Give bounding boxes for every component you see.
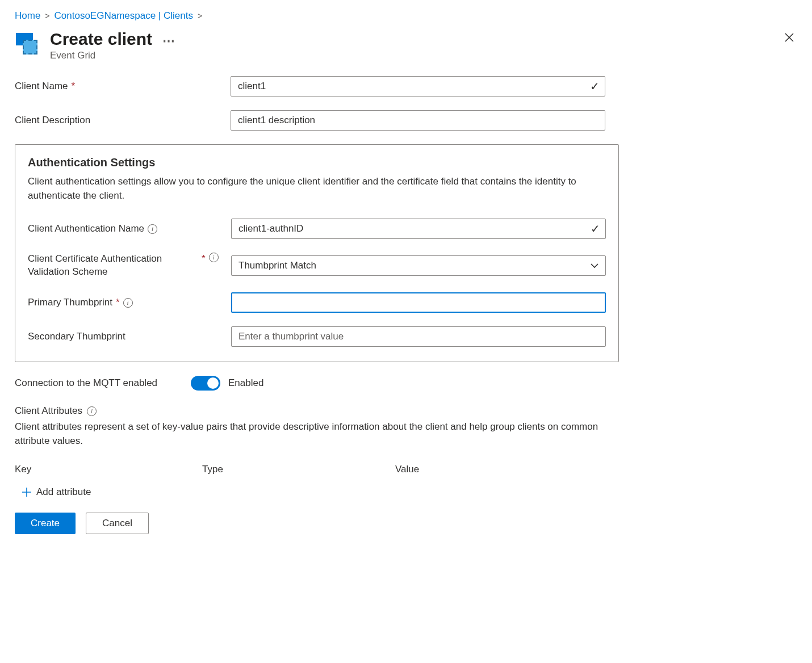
required-asterisk: * (72, 80, 76, 93)
breadcrumb-sep: > (198, 11, 202, 20)
client-name-label: Client Name (15, 80, 68, 93)
col-header-value: Value (395, 464, 797, 475)
attributes-heading-row: Client Attributes i (15, 405, 797, 417)
event-grid-icon (15, 33, 40, 58)
add-attribute-button[interactable]: Add attribute (15, 486, 91, 498)
row-client-name: Client Name * ✓ (15, 76, 797, 96)
mqtt-label: Connection to the MQTT enabled (15, 377, 191, 389)
required-asterisk: * (202, 253, 206, 266)
client-description-input[interactable] (231, 110, 605, 131)
primary-thumbprint-input[interactable] (231, 292, 606, 313)
info-icon[interactable]: i (209, 253, 219, 262)
info-icon[interactable]: i (123, 298, 133, 308)
client-description-label: Client Description (15, 114, 90, 127)
auth-name-input[interactable] (231, 219, 606, 239)
row-primary-thumbprint: Primary Thumbprint * i (28, 292, 606, 313)
row-auth-name: Client Authentication Name i ✓ (28, 219, 606, 239)
attributes-description: Client attributes represent a set of key… (15, 420, 611, 448)
breadcrumb: Home > ContosoEGNamespace | Clients > (15, 10, 797, 22)
row-validation-scheme: Client Certificate Authentication Valida… (28, 253, 606, 279)
mqtt-toggle[interactable] (191, 376, 220, 391)
secondary-thumbprint-input[interactable] (231, 326, 606, 347)
page-title: Create client (50, 30, 152, 49)
auth-description: Client authentication settings allow you… (28, 175, 606, 203)
mqtt-state: Enabled (228, 377, 263, 389)
breadcrumb-sep: > (45, 11, 49, 20)
breadcrumb-home[interactable]: Home (15, 10, 40, 22)
primary-thumbprint-label: Primary Thumbprint (28, 296, 112, 309)
page-subtitle: Event Grid (50, 50, 771, 61)
create-button[interactable]: Create (15, 513, 76, 534)
info-icon[interactable]: i (148, 224, 157, 234)
row-client-description: Client Description (15, 110, 797, 131)
add-attribute-label: Add attribute (36, 486, 91, 498)
col-header-type: Type (202, 464, 395, 475)
close-button[interactable] (781, 30, 797, 48)
attributes-columns: Key Type Value (15, 464, 797, 475)
auth-heading: Authentication Settings (28, 156, 606, 169)
info-icon[interactable]: i (87, 406, 97, 416)
cancel-button[interactable]: Cancel (86, 513, 149, 534)
client-name-input[interactable] (231, 76, 605, 96)
more-actions-button[interactable]: ⋯ (162, 31, 175, 47)
authentication-settings-box: Authentication Settings Client authentic… (15, 144, 619, 362)
validation-scheme-label: Client Certificate Authentication Valida… (28, 253, 198, 279)
attributes-heading: Client Attributes (15, 405, 82, 417)
validation-scheme-select[interactable] (231, 255, 606, 276)
col-header-key: Key (15, 464, 202, 475)
required-asterisk: * (116, 296, 120, 309)
page-header: Create client ⋯ Event Grid (15, 30, 797, 61)
row-secondary-thumbprint: Secondary Thumbprint (28, 326, 606, 347)
plus-icon (22, 487, 32, 497)
auth-name-label: Client Authentication Name (28, 223, 144, 236)
secondary-thumbprint-label: Secondary Thumbprint (28, 330, 125, 343)
footer-actions: Create Cancel (15, 513, 797, 534)
row-mqtt-toggle: Connection to the MQTT enabled Enabled (15, 376, 797, 391)
breadcrumb-namespace[interactable]: ContosoEGNamespace | Clients (55, 10, 193, 22)
